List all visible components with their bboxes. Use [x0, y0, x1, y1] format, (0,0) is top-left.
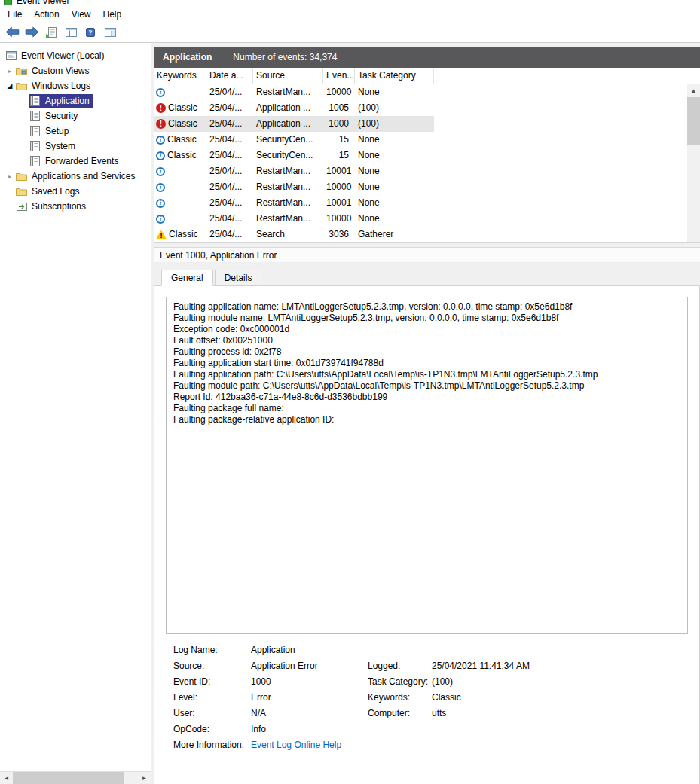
info-icon: i: [156, 88, 165, 97]
sidebar-item-subscriptions[interactable]: Subscriptions: [0, 199, 151, 214]
event-row[interactable]: i25/04/...RestartMan...10000None: [154, 211, 700, 227]
hscroll-thumb[interactable]: [13, 772, 124, 784]
sidebar-item-label: Setup: [44, 125, 70, 137]
detail-label: Event ID:: [173, 676, 251, 687]
keyword-label: Classic: [169, 227, 198, 243]
menu-view[interactable]: View: [66, 8, 97, 21]
sidebar-item-application[interactable]: Application: [0, 93, 151, 108]
log-icon: [29, 155, 41, 167]
cell-task: None: [355, 211, 434, 227]
cell-source: Application ...: [253, 100, 323, 116]
folder-icon: [15, 81, 28, 91]
menu-file[interactable]: File: [2, 8, 28, 21]
cell-task: None: [355, 84, 434, 100]
event-row[interactable]: i25/04/...RestartMan...10000None: [154, 179, 700, 195]
event-description[interactable]: Faulting application name: LMTAntiLogger…: [166, 297, 688, 634]
cell-task: None: [355, 132, 434, 148]
detail-label: OpCode:: [173, 724, 251, 734]
detail-row: More Information:Event Log Online Help: [173, 737, 686, 752]
event-row[interactable]: i25/04/...RestartMan...10001None: [154, 195, 700, 211]
help-button[interactable]: ?: [81, 23, 99, 41]
event-row[interactable]: i25/04/...RestartMan...10001None: [154, 163, 700, 179]
sidebar-item-setup[interactable]: Setup: [0, 124, 151, 139]
tree-node: Security: [29, 109, 81, 123]
action-pane-button[interactable]: [101, 23, 119, 41]
cell-filler: [434, 211, 700, 227]
column-header-source[interactable]: Source: [253, 68, 323, 84]
event-row[interactable]: iClassic25/04/...SecurityCen...15None: [154, 132, 700, 148]
scroll-up-icon[interactable]: ▲: [687, 84, 700, 97]
subscriptions-icon: [15, 201, 28, 212]
description-line: Faulting application start time: 0x01d73…: [173, 358, 680, 369]
event-row[interactable]: i25/04/...RestartMan...10000None: [154, 84, 700, 100]
open-saved-log-button[interactable]: [42, 23, 60, 41]
log-icon: [29, 95, 41, 107]
description-line: Faulting package-relative application ID…: [173, 414, 680, 426]
sidebar-item-windows-logs[interactable]: ◢Windows Logs: [0, 78, 151, 93]
cell-keywords: i: [154, 163, 206, 179]
tree-expanded-arrow[interactable]: ◢: [5, 82, 15, 90]
info-icon: i: [156, 183, 165, 192]
column-header-keywords[interactable]: Keywords: [154, 68, 206, 84]
description-line: Faulting application path: C:\Users\utts…: [173, 369, 680, 380]
tree-collapsed-arrow[interactable]: ▸: [5, 68, 15, 75]
sidebar-item-label: Security: [44, 110, 79, 122]
cell-task: None: [355, 195, 434, 211]
cell-keywords: i: [154, 179, 206, 195]
detail-value: Application: [251, 645, 368, 655]
sidebar-item-saved-logs[interactable]: Saved Logs: [0, 184, 151, 199]
cell-date: 25/04/...: [206, 132, 253, 148]
sidebar-horizontal-scrollbar[interactable]: ◄ ►: [0, 771, 151, 784]
sidebar-item-event-viewer-local[interactable]: Event Viewer (Local): [0, 48, 151, 63]
cell-task: (100): [355, 116, 434, 132]
detail-label: User:: [173, 708, 251, 718]
scroll-left-icon[interactable]: ◄: [0, 772, 13, 784]
column-header-date-a[interactable]: Date a...: [206, 68, 253, 84]
tab-general[interactable]: General: [161, 270, 213, 286]
tab-details[interactable]: Details: [215, 270, 262, 286]
sidebar-item-custom-views[interactable]: ▸Custom Views: [0, 63, 151, 78]
column-header-even[interactable]: Even...: [323, 68, 355, 84]
sidebar-item-security[interactable]: Security: [0, 108, 151, 124]
cell-keywords: !Classic: [154, 227, 206, 243]
cell-source: Application ...: [253, 116, 323, 132]
tree-node: Application: [29, 94, 93, 108]
event-list-scrollbar[interactable]: ▲: [687, 84, 700, 242]
detail-value: Application Error: [251, 660, 368, 671]
detail-row: Level:ErrorKeywords:Classic: [173, 689, 686, 705]
console-tree-button[interactable]: [62, 23, 80, 41]
cell-source: RestartMan...: [253, 179, 323, 195]
cell-filler: [434, 195, 700, 211]
sidebar-item-system[interactable]: System: [0, 139, 151, 154]
sidebar-item-applications-and-services[interactable]: ▸Applications and Services: [0, 169, 151, 184]
tree-node: Custom Views: [15, 64, 93, 78]
detail-value: Error: [251, 692, 368, 703]
vscroll-thumb[interactable]: [687, 97, 700, 145]
scroll-right-icon[interactable]: ►: [138, 772, 151, 784]
cell-date: 25/04/...: [206, 84, 253, 100]
open-saved-log-icon: [45, 26, 58, 38]
event-log-online-help-link[interactable]: Event Log Online Help: [251, 740, 368, 750]
custom-views-folder-icon: [15, 66, 28, 76]
keyword-label: Classic: [167, 132, 197, 148]
menu-action[interactable]: Action: [28, 8, 65, 21]
description-line: Exception code: 0xc000001d: [173, 324, 680, 335]
sidebar-item-forwarded-events[interactable]: Forwarded Events: [0, 154, 151, 169]
cell-event_id: 1000: [323, 116, 355, 132]
event-row[interactable]: !Classic25/04/...Application ...1005(100…: [154, 100, 700, 116]
menu-help[interactable]: Help: [97, 8, 128, 21]
back-button[interactable]: [3, 23, 21, 41]
forward-button[interactable]: [23, 23, 41, 41]
svg-text:?: ?: [89, 28, 93, 36]
column-header-task-category[interactable]: Task Category: [355, 68, 434, 84]
keyword-label: Classic: [167, 148, 197, 163]
log-name-title: Application: [163, 52, 212, 63]
description-line: Faulting application name: LMTAntiLogger…: [173, 301, 680, 313]
main-panel: Application Number of events: 34,374 Key…: [154, 43, 700, 784]
info-icon: i: [156, 151, 165, 160]
event-row[interactable]: iClassic25/04/...SecurityCen...15None: [154, 148, 700, 163]
event-row[interactable]: !Classic25/04/...Search3036Gatherer: [154, 227, 700, 243]
cell-event_id: 10000: [323, 211, 355, 227]
tree-collapsed-arrow[interactable]: ▸: [5, 173, 15, 180]
event-row[interactable]: !Classic25/04/...Application ...1000(100…: [154, 116, 700, 132]
